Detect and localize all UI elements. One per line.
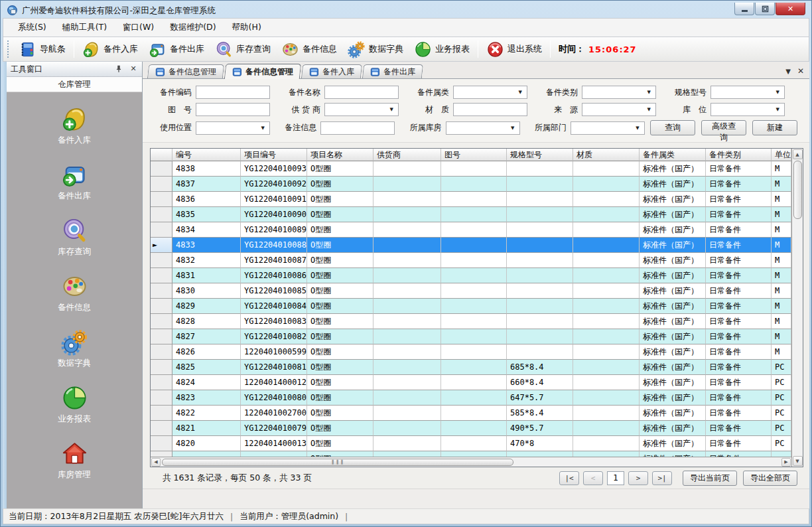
cell-material[interactable] <box>573 299 640 314</box>
cell-number[interactable]: 4831 <box>172 268 241 283</box>
cell-number[interactable]: 4832 <box>172 253 241 268</box>
next-page-button[interactable]: > <box>628 471 648 485</box>
cell-part-category[interactable]: 日常备件 <box>706 207 772 222</box>
cell-project-name[interactable]: O型圈 <box>307 161 373 177</box>
cell-project-name[interactable]: O型圈 <box>307 268 373 283</box>
cell-number[interactable]: 4824 <box>172 375 241 390</box>
cell-project-code[interactable]: YG12204010089 <box>241 222 307 238</box>
cell-supplier[interactable] <box>373 161 441 177</box>
sidebar-item-inventory-search[interactable]: 库存查询 <box>58 217 91 258</box>
cell-part-attr[interactable]: 标准件（国产） <box>640 436 706 451</box>
row-selector-cell[interactable] <box>151 192 172 207</box>
table-row[interactable]: 4820 1220401400013 O型圈 470*8 标准件（国产） 日常备… <box>151 436 791 451</box>
scroll-right-icon[interactable]: ▶ <box>781 458 791 467</box>
supplier-select[interactable]: ▼ <box>324 103 399 116</box>
row-selector-cell[interactable] <box>151 253 172 268</box>
menu-window[interactable]: 窗口(W) <box>115 19 162 36</box>
bin-location-select[interactable]: ▼ <box>710 103 785 116</box>
cell-part-category[interactable]: 日常备件 <box>706 390 772 406</box>
cell-project-code[interactable]: YG12204010086 <box>241 268 307 283</box>
cell-part-attr[interactable]: 标准件（国产） <box>640 360 706 375</box>
pin-icon[interactable] <box>114 64 123 74</box>
row-selector-cell[interactable] <box>151 360 172 375</box>
cell-number[interactable]: 4835 <box>172 207 241 222</box>
cell-supplier[interactable] <box>373 299 441 314</box>
sidebar-item-data-dictionary[interactable]: 数据字典 <box>58 329 91 369</box>
col-supplier[interactable]: 供货商 <box>373 149 441 161</box>
cell-material[interactable] <box>573 421 640 436</box>
sidebar-item-business-report[interactable]: 业务报表 <box>58 384 91 425</box>
cell-unit[interactable]: M <box>772 177 791 192</box>
cell-material[interactable] <box>573 360 640 375</box>
cell-number[interactable]: 4836 <box>172 192 241 207</box>
cell-figure-no[interactable] <box>441 451 507 457</box>
table-row[interactable]: 4824 1220401400012 O型圈 660*8.4 标准件（国产） 日… <box>151 375 791 390</box>
cell-figure-no[interactable] <box>441 360 507 375</box>
table-row[interactable]: 4826 1220401000599 O型圈 标准件（国产） 日常备件 M <box>151 344 791 360</box>
col-part-attr[interactable]: 备件属类 <box>640 149 706 161</box>
row-selector-cell[interactable] <box>151 177 172 192</box>
menu-system[interactable]: 系统(S) <box>10 19 54 36</box>
cell-part-attr[interactable]: 标准件（国产） <box>640 406 706 421</box>
cell-spec[interactable]: 585*8.4 <box>507 406 573 421</box>
cell-project-name[interactable]: O型圈 <box>307 360 373 375</box>
table-row[interactable]: 4829 YG12204010084 O型圈 标准件（国产） 日常备件 M <box>151 299 791 314</box>
cell-figure-no[interactable] <box>441 238 507 253</box>
export-current-page-button[interactable]: 导出当前页 <box>683 471 737 486</box>
cell-part-attr[interactable]: 标准件（国产） <box>640 253 706 268</box>
cell-number[interactable]: 4823 <box>172 390 241 406</box>
row-selector-cell[interactable] <box>151 314 172 329</box>
table-row[interactable]: 4825 YG12204010081 O型圈 685*8.4 标准件（国产） 日… <box>151 360 791 375</box>
cell-unit[interactable]: PC <box>772 436 791 451</box>
cell-spec[interactable] <box>507 283 573 299</box>
cell-spec[interactable]: 647*5.7 <box>507 390 573 406</box>
tab-stock-in[interactable]: 备件入库 <box>301 64 362 78</box>
cell-project-name[interactable]: O型圈 <box>307 283 373 299</box>
toolbar-parts-info[interactable]: 备件信息 <box>276 39 342 60</box>
table-row[interactable]: 4836 YG12204010091 O型圈 标准件（国产） 日常备件 M <box>151 192 791 207</box>
warehouse-select[interactable]: ▼ <box>446 121 520 135</box>
tab-parts-info-mgmt-2[interactable]: 备件信息管理 <box>224 64 301 79</box>
cell-project-code[interactable]: YG12204010093 <box>241 161 307 177</box>
cell-project-name[interactable]: O型圈 <box>307 344 373 360</box>
cell-project-name[interactable]: O型圈 <box>307 406 373 421</box>
cell-part-attr[interactable]: 标准件（国产） <box>640 375 706 390</box>
new-button[interactable]: 新建 <box>752 120 797 135</box>
row-selector-cell[interactable] <box>151 207 172 222</box>
figure-no-input[interactable] <box>196 103 270 116</box>
cell-spec[interactable] <box>507 299 573 314</box>
cell-number[interactable]: 4821 <box>172 421 241 436</box>
cell-supplier[interactable] <box>373 283 441 299</box>
cell-spec[interactable] <box>507 207 573 222</box>
cell-number[interactable]: 4838 <box>172 161 241 177</box>
department-select[interactable]: ▼ <box>571 121 645 135</box>
cell-part-category[interactable]: 日常备件 <box>706 161 772 177</box>
cell-supplier[interactable] <box>373 375 441 390</box>
cell-part-attr[interactable]: 标准件（国产） <box>640 329 706 344</box>
scroll-up-icon[interactable]: ▲ <box>793 149 803 159</box>
cell-supplier[interactable] <box>373 268 441 283</box>
cell-material[interactable] <box>573 344 640 360</box>
cell-material[interactable] <box>573 192 640 207</box>
cell-figure-no[interactable] <box>441 207 507 222</box>
cell-project-code[interactable]: 1220401002700 <box>241 406 307 421</box>
cell-material[interactable] <box>573 268 640 283</box>
cell-part-category[interactable]: 日常备件 <box>706 222 772 238</box>
vertical-scrollbar[interactable]: ▲ ▼ <box>791 149 803 467</box>
cell-figure-no[interactable] <box>441 406 507 421</box>
part-code-input[interactable] <box>196 86 270 99</box>
toolbar-stock-out[interactable]: 备件出库 <box>143 39 210 60</box>
cell-supplier[interactable] <box>373 314 441 329</box>
toolbar-stock-in[interactable]: 备件入库 <box>77 39 143 60</box>
cell-part-category[interactable]: 日常备件 <box>706 421 772 436</box>
cell-part-category[interactable]: 日常备件 <box>706 329 772 344</box>
cell-supplier[interactable] <box>373 436 441 451</box>
cell-figure-no[interactable] <box>441 268 507 283</box>
table-row[interactable]: 4831 YG12204010086 O型圈 标准件（国产） 日常备件 M <box>151 268 791 283</box>
cell-number[interactable]: 4829 <box>172 299 241 314</box>
cell-supplier[interactable] <box>373 451 441 457</box>
cell-material[interactable] <box>573 390 640 406</box>
cell-project-name[interactable]: O型圈 <box>307 222 373 238</box>
cell-spec[interactable]: 685*8.4 <box>507 360 573 375</box>
cell-supplier[interactable] <box>373 344 441 360</box>
